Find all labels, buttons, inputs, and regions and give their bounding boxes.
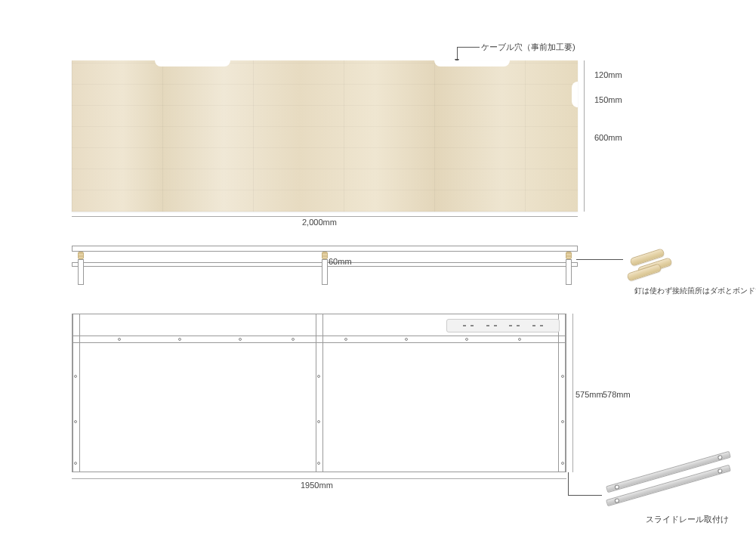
leader-line bbox=[568, 495, 602, 496]
sv-dowel bbox=[78, 252, 84, 259]
screw-hole-icon bbox=[178, 338, 181, 341]
cable-notch bbox=[155, 60, 230, 66]
dim-notch-length: 150mm bbox=[594, 95, 622, 104]
sv-leg bbox=[78, 259, 84, 285]
screw-hole-icon bbox=[317, 375, 320, 378]
screw-hole-icon bbox=[292, 338, 295, 341]
outlet-icon bbox=[509, 322, 520, 329]
sv-leg bbox=[566, 259, 572, 285]
cable-notch bbox=[434, 60, 510, 66]
side-notch bbox=[572, 82, 578, 107]
dowel-illustration bbox=[627, 253, 672, 283]
power-strip bbox=[446, 319, 560, 332]
dim-top-width: 2,000mm bbox=[302, 218, 337, 227]
dim-line bbox=[572, 314, 573, 472]
sv-dowel bbox=[566, 252, 572, 259]
screw-hole-icon bbox=[74, 462, 77, 465]
screw-hole-icon bbox=[239, 338, 242, 341]
screw-hole-icon bbox=[317, 420, 320, 423]
dim-frame-height-b: 578mm bbox=[603, 390, 631, 399]
dim-top-depth: 600mm bbox=[594, 133, 622, 142]
sv-dowel bbox=[322, 252, 328, 259]
screw-hole-icon bbox=[518, 338, 521, 341]
screw-hole-icon bbox=[317, 462, 320, 465]
screw-hole-icon bbox=[344, 338, 347, 341]
screw-hole-icon bbox=[561, 462, 564, 465]
screw-hole-icon bbox=[561, 420, 564, 423]
outlet-icon bbox=[532, 322, 543, 329]
sv-tabletop bbox=[72, 246, 578, 252]
dim-frame-width: 1950mm bbox=[301, 481, 333, 490]
dim-frame-height-a: 575mm bbox=[575, 390, 603, 399]
screw-hole-icon bbox=[74, 420, 77, 423]
screw-hole-icon bbox=[74, 375, 77, 378]
side-cross-section bbox=[72, 246, 578, 291]
drawing-canvas: ケーブル穴（事前加工要) 120mm 150mm 600mm 2,000mm 6… bbox=[0, 0, 756, 535]
sv-leg bbox=[322, 259, 328, 285]
dim-line bbox=[72, 216, 578, 217]
leader-line bbox=[457, 47, 480, 48]
label-cable-hole: ケーブル穴（事前加工要) bbox=[481, 42, 575, 53]
dim-line bbox=[72, 478, 566, 479]
dim-notch-offset: 120mm bbox=[594, 70, 622, 79]
leader-line bbox=[568, 472, 569, 495]
dim-line bbox=[584, 60, 585, 212]
screw-hole-icon bbox=[405, 338, 408, 341]
screw-hole-icon bbox=[118, 338, 121, 341]
leader-line bbox=[576, 259, 623, 260]
screw-hole-icon bbox=[561, 375, 564, 378]
outlet-icon bbox=[486, 322, 497, 329]
label-dowel-note: 釘は使わず接続箇所はダボとボンドで接続 bbox=[634, 286, 751, 296]
outlet-icon bbox=[463, 322, 474, 329]
tabletop-top-view bbox=[72, 60, 578, 212]
slide-rail-illustration bbox=[604, 469, 733, 514]
bv-side-panel bbox=[73, 314, 80, 472]
underside-view bbox=[72, 314, 566, 472]
dim-apron-height: 60mm bbox=[329, 257, 352, 266]
screw-hole-icon bbox=[465, 338, 468, 341]
bv-center-panel bbox=[316, 314, 323, 472]
label-slide-rail-note: スライドレール取付け bbox=[646, 514, 729, 525]
bv-side-panel bbox=[558, 314, 566, 472]
